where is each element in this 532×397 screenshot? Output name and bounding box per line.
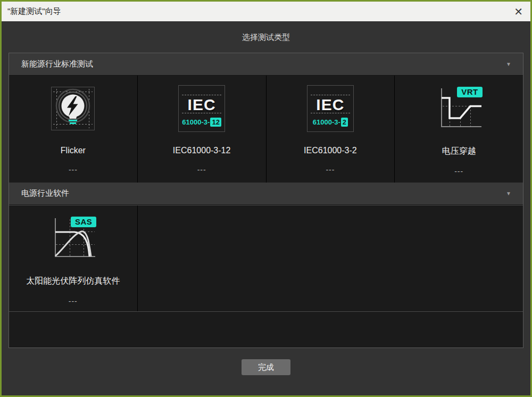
card-label: 太阳能光伏阵列仿真软件 (26, 276, 120, 287)
iec-logo-text: IEC (179, 96, 225, 114)
card-row-new-energy: Flicker --- IEC 61000-3-12 IEC61000-3-12… (9, 76, 523, 183)
page-title: 选择测试类型 (2, 21, 530, 53)
iec-badge: 2 (341, 118, 348, 127)
chevron-down-icon[interactable]: ▼ (506, 191, 511, 196)
card-label: IEC61000-3-12 (173, 146, 231, 155)
iec61000-3-2-icon: IEC 61000-3-2 (307, 85, 354, 132)
card-label: Flicker (61, 146, 86, 155)
section-title: 电源行业软件 (21, 188, 69, 198)
iec-standard-text: 61000-3-2 (307, 118, 353, 127)
card-solar-array-simulation[interactable]: SAS 太阳能光伏阵列仿真软件 --- (9, 205, 138, 311)
card-status: --- (69, 166, 78, 174)
footer: 完成 (2, 359, 530, 375)
iec61000-3-12-icon: IEC 61000-3-12 (178, 85, 225, 132)
test-type-panel: 新能源行业标准测试 ▼ (9, 53, 523, 348)
empty-panel-area (9, 311, 523, 348)
section-header-new-energy[interactable]: 新能源行业标准测试 ▼ (9, 53, 523, 76)
card-voltage-ride-through[interactable]: VRT 电压穿越 --- (395, 76, 523, 183)
vrt-badge: VRT (457, 87, 483, 97)
card-label: IEC61000-3-2 (304, 146, 357, 155)
card-iec61000-3-2[interactable]: IEC 61000-3-2 IEC61000-3-2 --- (267, 76, 395, 183)
titlebar: "新建测试"向导 ✕ (2, 2, 530, 21)
card-row-power-software: SAS 太阳能光伏阵列仿真软件 --- (9, 205, 523, 311)
card-flicker[interactable]: Flicker --- (9, 76, 138, 183)
sas-badge: SAS (71, 217, 96, 227)
chevron-down-icon[interactable]: ▼ (506, 61, 511, 67)
iec-standard-text: 61000-3-12 (179, 118, 225, 127)
card-status: --- (326, 166, 335, 174)
dashed-guide (182, 95, 221, 95)
vrt-curve-icon: VRT (436, 85, 483, 132)
card-status: --- (197, 166, 206, 174)
dialog-body: 选择测试类型 新能源行业标准测试 ▼ (2, 21, 530, 395)
sas-curve-icon: SAS (49, 215, 96, 262)
iec-badge: 12 (210, 118, 221, 127)
iec-logo-text: IEC (307, 96, 353, 114)
flicker-bulb-icon (49, 85, 96, 132)
close-icon[interactable]: ✕ (514, 6, 523, 17)
empty-card-area (138, 205, 523, 311)
section-title: 新能源行业标准测试 (21, 59, 93, 69)
card-iec61000-3-12[interactable]: IEC 61000-3-12 IEC61000-3-12 --- (138, 76, 267, 183)
section-header-power-software[interactable]: 电源行业软件 ▼ (9, 183, 523, 205)
finish-button[interactable]: 完成 (242, 359, 290, 375)
card-status: --- (454, 167, 463, 176)
window-title: "新建测试"向导 (7, 6, 61, 16)
new-test-wizard-dialog: "新建测试"向导 ✕ 选择测试类型 新能源行业标准测试 ▼ (0, 0, 532, 397)
card-label: 电压穿越 (442, 146, 476, 157)
card-status: --- (69, 297, 78, 305)
dashed-guide (311, 95, 350, 95)
